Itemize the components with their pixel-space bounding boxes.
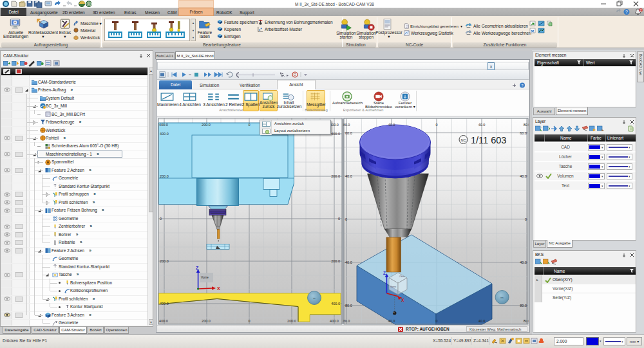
svg-text:2: 2 <box>639 8 641 12</box>
svg-text:200.0: 200.0 <box>331 259 340 263</box>
svg-text:Vorne: Vorne <box>390 286 396 288</box>
svg-text:0: 0 <box>345 217 347 221</box>
svg-text:0: 0 <box>435 319 437 323</box>
svg-text:60.0: 60.0 <box>345 131 352 135</box>
svg-text:400.0: 400.0 <box>330 123 339 127</box>
svg-text:?: ? <box>625 10 628 14</box>
svg-text:Z: Z <box>383 271 386 275</box>
svg-text:60.0: 60.0 <box>520 131 527 135</box>
svg-text:400.0: 400.0 <box>159 123 168 127</box>
svg-text:40.0: 40.0 <box>388 319 395 323</box>
svg-text:X: X <box>401 298 404 302</box>
svg-text:400.0: 400.0 <box>330 319 339 323</box>
svg-text:NC: NC <box>461 138 466 142</box>
svg-text:200.0: 200.0 <box>202 123 211 127</box>
svg-text:40.0: 40.0 <box>478 123 486 127</box>
svg-text:200.0: 200.0 <box>331 174 340 178</box>
svg-text:40.0: 40.0 <box>388 123 395 127</box>
svg-text:nn: nn <box>500 296 503 299</box>
svg-text:Z: Z <box>196 266 199 270</box>
svg-text:40.0: 40.0 <box>345 261 352 264</box>
svg-text:0: 0 <box>248 319 250 323</box>
svg-text:?: ? <box>521 84 523 87</box>
svg-text:200.0: 200.0 <box>160 259 169 263</box>
svg-text:40.0: 40.0 <box>478 319 486 323</box>
svg-text:80.0: 80.0 <box>520 304 527 307</box>
svg-text:0: 0 <box>160 217 162 221</box>
svg-text:400.0: 400.0 <box>159 319 168 323</box>
svg-text:40.0: 40.0 <box>520 174 527 178</box>
svg-text:0: 0 <box>435 123 437 127</box>
svg-text:X: X <box>217 286 220 291</box>
svg-text:0: 0 <box>525 217 527 221</box>
svg-text:80.0: 80.0 <box>345 304 352 307</box>
svg-text:200.0: 200.0 <box>287 319 296 323</box>
svg-text:400.0: 400.0 <box>160 302 169 306</box>
svg-text:G: G <box>294 73 296 77</box>
svg-text:40.0: 40.0 <box>345 174 352 178</box>
svg-text:0: 0 <box>248 123 250 127</box>
svg-text:1/11 603: 1/11 603 <box>471 135 506 145</box>
svg-text:400.0: 400.0 <box>331 302 340 306</box>
svg-text:40.0: 40.0 <box>520 261 527 264</box>
svg-text:Vorne: Vorne <box>201 276 209 279</box>
svg-text:0: 0 <box>338 217 340 221</box>
svg-text:Oben: Oben <box>399 275 405 278</box>
svg-text:400.0: 400.0 <box>331 132 340 136</box>
svg-text:400.0: 400.0 <box>160 132 169 136</box>
svg-text:200.0: 200.0 <box>202 319 211 323</box>
svg-text:200.0: 200.0 <box>160 174 169 178</box>
